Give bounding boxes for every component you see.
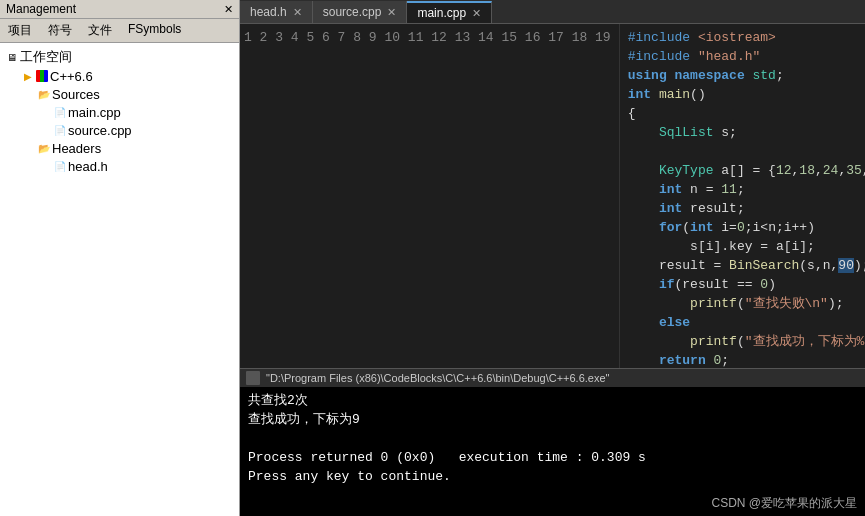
tab-main-cpp-label: main.cpp bbox=[417, 6, 466, 20]
left-tab-bar: 项目 符号 文件 FSymbols bbox=[0, 19, 239, 43]
terminal-line1: 共查找2次 bbox=[248, 393, 308, 408]
tree-sources[interactable]: 📂 Sources bbox=[0, 85, 239, 103]
tab-head-h-close[interactable]: ✕ bbox=[293, 6, 302, 19]
workspace-label: 工作空间 bbox=[20, 48, 72, 66]
tab-head-h-label: head.h bbox=[250, 5, 287, 19]
terminal-line5: Press any key to continue. bbox=[248, 469, 451, 484]
tree-workspace[interactable]: 🖥 工作空间 bbox=[0, 47, 239, 67]
left-panel: Management ✕ 项目 符号 文件 FSymbols 🖥 工作空间 ▶ … bbox=[0, 0, 240, 516]
management-header: Management ✕ bbox=[0, 0, 239, 19]
workspace-icon: 🖥 bbox=[4, 49, 20, 65]
tree-head-h[interactable]: 📄 head.h bbox=[0, 157, 239, 175]
tab-main-cpp[interactable]: main.cpp ✕ bbox=[407, 1, 492, 23]
folder-open-icon: 📂 bbox=[36, 86, 52, 102]
tree-source-cpp[interactable]: 📄 source.cpp bbox=[0, 121, 239, 139]
tab-main-cpp-close[interactable]: ✕ bbox=[472, 7, 481, 20]
tab-source-cpp[interactable]: source.cpp ✕ bbox=[313, 1, 408, 23]
tree-headers[interactable]: 📂 Headers bbox=[0, 139, 239, 157]
tab-source-cpp-close[interactable]: ✕ bbox=[387, 6, 396, 19]
main-cpp-label: main.cpp bbox=[68, 105, 121, 120]
management-close[interactable]: ✕ bbox=[224, 3, 233, 16]
editor-area: 1 2 3 4 5 6 7 8 9 10 11 12 13 14 15 16 1… bbox=[240, 24, 865, 368]
tree-project[interactable]: ▶ C++6.6 bbox=[0, 67, 239, 85]
terminal-title-bar: "D:\Program Files (x86)\CodeBlocks\C\C++… bbox=[240, 368, 865, 387]
right-panel: head.h ✕ source.cpp ✕ main.cpp ✕ 1 2 3 4… bbox=[240, 0, 865, 516]
terminal-icon bbox=[246, 371, 260, 385]
folder-headers-icon: 📂 bbox=[36, 140, 52, 156]
line-numbers: 1 2 3 4 5 6 7 8 9 10 11 12 13 14 15 16 1… bbox=[240, 24, 620, 368]
source-cpp-label: source.cpp bbox=[68, 123, 132, 138]
editor-tab-bar: head.h ✕ source.cpp ✕ main.cpp ✕ bbox=[240, 0, 865, 24]
tab-file[interactable]: 文件 bbox=[80, 19, 120, 42]
file-tree: 🖥 工作空间 ▶ C++6.6 📂 Sources 📄 main.cpp 📄 s… bbox=[0, 43, 239, 516]
project-label: C++6.6 bbox=[50, 69, 93, 84]
sources-label: Sources bbox=[52, 87, 100, 102]
terminal-line4: Process returned 0 (0x0) execution time … bbox=[248, 450, 646, 465]
file-icon-head: 📄 bbox=[52, 158, 68, 174]
tab-head-h[interactable]: head.h ✕ bbox=[240, 1, 313, 23]
terminal-line2: 查找成功，下标为9 bbox=[248, 412, 360, 427]
terminal-output: 共查找2次 查找成功，下标为9 Process returned 0 (0x0)… bbox=[240, 387, 865, 493]
file-icon-main: 📄 bbox=[52, 104, 68, 120]
headers-label: Headers bbox=[52, 141, 101, 156]
code-editor[interactable]: #include <iostream> #include "head.h" us… bbox=[620, 24, 865, 368]
terminal-path: "D:\Program Files (x86)\CodeBlocks\C\C++… bbox=[266, 372, 609, 384]
terminal-panel: "D:\Program Files (x86)\CodeBlocks\C\C++… bbox=[240, 368, 865, 516]
management-title: Management bbox=[6, 2, 76, 16]
tab-fsymbols[interactable]: FSymbols bbox=[120, 19, 189, 42]
terminal-footer: CSDN @爱吃苹果的派大星 bbox=[240, 493, 865, 516]
watermark: CSDN @爱吃苹果的派大星 bbox=[711, 495, 857, 512]
tab-symbol[interactable]: 符号 bbox=[40, 19, 80, 42]
project-icon: ▶ bbox=[20, 68, 36, 84]
project-color-icon bbox=[36, 70, 48, 82]
tree-main-cpp[interactable]: 📄 main.cpp bbox=[0, 103, 239, 121]
tab-source-cpp-label: source.cpp bbox=[323, 5, 382, 19]
file-icon-source: 📄 bbox=[52, 122, 68, 138]
tab-project[interactable]: 项目 bbox=[0, 19, 40, 42]
head-h-label: head.h bbox=[68, 159, 108, 174]
